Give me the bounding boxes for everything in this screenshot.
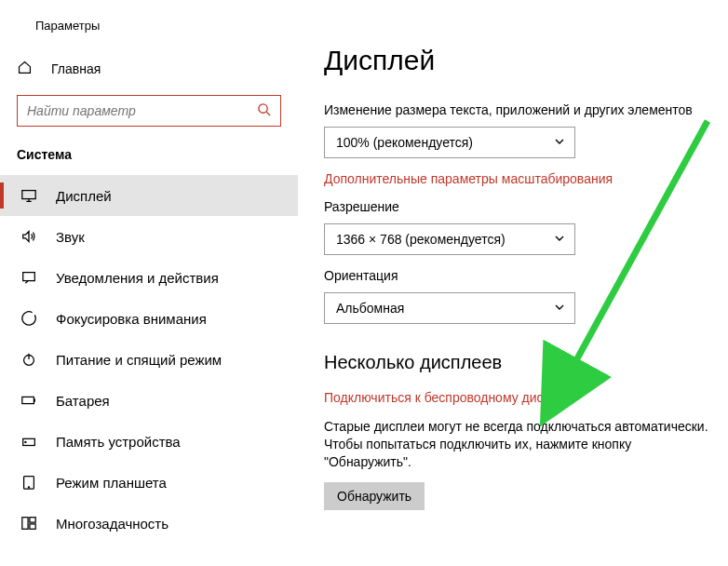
sidebar-item-label: Память устройства bbox=[56, 434, 181, 450]
svg-rect-1 bbox=[22, 191, 35, 199]
scale-dropdown[interactable]: 100% (рекомендуется) bbox=[324, 127, 575, 158]
sidebar-item-label: Звук bbox=[56, 229, 85, 245]
svg-point-0 bbox=[259, 104, 267, 113]
display-icon bbox=[20, 187, 37, 204]
focus-icon bbox=[20, 310, 37, 327]
orientation-dropdown[interactable]: Альбомная bbox=[324, 292, 575, 324]
orientation-value: Альбомная bbox=[336, 301, 404, 316]
sidebar-item-display[interactable]: Дисплей bbox=[0, 175, 298, 216]
svg-rect-4 bbox=[22, 397, 34, 403]
sidebar-item-label: Батарея bbox=[56, 393, 110, 409]
resolution-label: Разрешение bbox=[324, 199, 728, 214]
tablet-icon bbox=[20, 474, 37, 491]
sidebar-item-label: Режим планшета bbox=[56, 475, 167, 491]
scale-label: Изменение размера текста, приложений и д… bbox=[324, 102, 728, 117]
svg-rect-10 bbox=[30, 518, 35, 522]
sidebar-item-power[interactable]: Питание и спящий режим bbox=[0, 339, 298, 380]
svg-point-6 bbox=[25, 441, 26, 442]
home-icon bbox=[17, 60, 33, 78]
sidebar-item-sound[interactable]: Звук bbox=[0, 216, 298, 257]
chevron-down-icon bbox=[554, 232, 565, 247]
search-field[interactable] bbox=[27, 103, 257, 118]
search-input[interactable] bbox=[17, 95, 281, 127]
sidebar-item-tablet[interactable]: Режим планшета bbox=[0, 462, 298, 503]
storage-icon bbox=[20, 433, 37, 450]
sidebar-item-label: Фокусировка внимания bbox=[56, 311, 207, 327]
scale-value: 100% (рекомендуется) bbox=[336, 135, 473, 150]
sidebar-item-label: Уведомления и действия bbox=[56, 270, 219, 286]
wireless-display-link[interactable]: Подключиться к беспроводному дисплею bbox=[324, 390, 728, 405]
svg-point-8 bbox=[28, 487, 29, 488]
battery-icon bbox=[20, 392, 37, 409]
home-nav[interactable]: Главная bbox=[17, 60, 281, 78]
search-icon bbox=[257, 102, 271, 119]
sidebar-item-multitask[interactable]: Многозадачность bbox=[0, 503, 298, 544]
detect-description: Старые дисплеи могут не всегда подключат… bbox=[324, 418, 715, 471]
resolution-dropdown[interactable]: 1366 × 768 (рекомендуется) bbox=[324, 223, 575, 255]
detect-button[interactable]: Обнаружить bbox=[324, 482, 425, 510]
sidebar-item-label: Питание и спящий режим bbox=[56, 352, 222, 368]
sidebar-item-focus[interactable]: Фокусировка внимания bbox=[0, 298, 298, 339]
multitask-icon bbox=[20, 515, 37, 532]
page-title: Дисплей bbox=[324, 45, 728, 76]
svg-rect-9 bbox=[22, 518, 28, 530]
scale-advanced-link[interactable]: Дополнительные параметры масштабирования bbox=[324, 171, 728, 186]
app-title: Параметры bbox=[35, 19, 100, 33]
sound-icon bbox=[20, 228, 37, 245]
sidebar-item-label: Дисплей bbox=[56, 188, 112, 204]
chevron-down-icon bbox=[554, 135, 565, 150]
sidebar: Параметры Главная Система Диспле bbox=[0, 0, 298, 566]
svg-rect-11 bbox=[30, 524, 35, 529]
sidebar-item-battery[interactable]: Батарея bbox=[0, 380, 298, 421]
notifications-icon bbox=[20, 269, 37, 286]
power-icon bbox=[20, 351, 37, 368]
chevron-down-icon bbox=[554, 301, 565, 316]
sidebar-section-title: Система bbox=[0, 147, 298, 162]
sidebar-item-storage[interactable]: Память устройства bbox=[0, 421, 298, 462]
svg-rect-2 bbox=[23, 273, 35, 281]
sidebar-item-notifications[interactable]: Уведомления и действия bbox=[0, 257, 298, 298]
nav-list: Дисплей Звук Уведомления и действия Фоку… bbox=[0, 175, 298, 544]
orientation-label: Ориентация bbox=[324, 268, 728, 283]
sidebar-item-label: Многозадачность bbox=[56, 516, 169, 532]
main-content: Дисплей Изменение размера текста, прилож… bbox=[298, 0, 728, 566]
home-label: Главная bbox=[51, 61, 101, 76]
multi-display-heading: Несколько дисплеев bbox=[324, 352, 728, 373]
resolution-value: 1366 × 768 (рекомендуется) bbox=[336, 232, 506, 247]
